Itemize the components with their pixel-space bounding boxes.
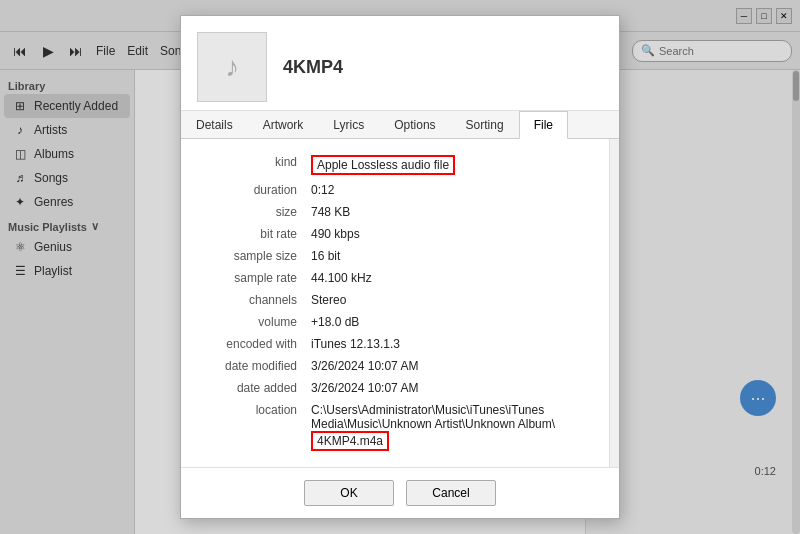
field-label-size: size <box>197 201 307 223</box>
music-note-icon: ♪ <box>225 51 239 83</box>
dialog-footer: OK Cancel <box>181 467 619 518</box>
song-info-dialog: ♪ 4KMP4 Details Artwork Lyrics Options S… <box>180 15 620 519</box>
dialog-scrollbar[interactable] <box>609 139 619 467</box>
field-value-dateadded: 3/26/2024 10:07 AM <box>307 377 593 399</box>
table-row-channels: channels Stereo <box>197 289 593 311</box>
location-path-prefix: C:\Users\Administrator\Music\iTunes\iTun… <box>311 403 555 431</box>
table-row-dateadded: date added 3/26/2024 10:07 AM <box>197 377 593 399</box>
field-label-duration: duration <box>197 179 307 201</box>
table-row-duration: duration 0:12 <box>197 179 593 201</box>
dialog-title: 4KMP4 <box>283 57 343 78</box>
field-value-duration: 0:12 <box>307 179 593 201</box>
field-value-location: C:\Users\Administrator\Music\iTunes\iTun… <box>307 399 593 455</box>
field-value-channels: Stereo <box>307 289 593 311</box>
table-row-encoded: encoded with iTunes 12.13.1.3 <box>197 333 593 355</box>
table-row-size: size 748 KB <box>197 201 593 223</box>
location-filename-highlighted: 4KMP4.m4a <box>311 431 389 451</box>
tab-artwork[interactable]: Artwork <box>248 111 319 138</box>
tab-file[interactable]: File <box>519 111 568 139</box>
table-row-location: location C:\Users\Administrator\Music\iT… <box>197 399 593 455</box>
field-label-dateadded: date added <box>197 377 307 399</box>
field-value-datemodified: 3/26/2024 10:07 AM <box>307 355 593 377</box>
field-value-encoded: iTunes 12.13.1.3 <box>307 333 593 355</box>
tab-lyrics[interactable]: Lyrics <box>318 111 379 138</box>
field-value-bitrate: 490 kbps <box>307 223 593 245</box>
table-row-bitrate: bit rate 490 kbps <box>197 223 593 245</box>
field-value-volume: +18.0 dB <box>307 311 593 333</box>
field-value-samplerate: 44.100 kHz <box>307 267 593 289</box>
field-label-bitrate: bit rate <box>197 223 307 245</box>
field-value-kind: Apple Lossless audio file <box>307 151 593 179</box>
field-label-encoded: encoded with <box>197 333 307 355</box>
field-label-samplerate: sample rate <box>197 267 307 289</box>
dialog-overlay: ♪ 4KMP4 Details Artwork Lyrics Options S… <box>0 0 800 534</box>
field-label-channels: channels <box>197 289 307 311</box>
field-label-kind: kind <box>197 151 307 179</box>
tab-details[interactable]: Details <box>181 111 248 138</box>
field-value-samplesize: 16 bit <box>307 245 593 267</box>
field-label-volume: volume <box>197 311 307 333</box>
field-label-samplesize: sample size <box>197 245 307 267</box>
dialog-content: kind Apple Lossless audio file duration … <box>181 139 609 467</box>
table-row-samplerate: sample rate 44.100 kHz <box>197 267 593 289</box>
kind-value-highlighted: Apple Lossless audio file <box>311 155 455 175</box>
dialog-header: ♪ 4KMP4 <box>181 16 619 111</box>
table-row-samplesize: sample size 16 bit <box>197 245 593 267</box>
tab-sorting[interactable]: Sorting <box>451 111 519 138</box>
ok-button[interactable]: OK <box>304 480 394 506</box>
album-art: ♪ <box>197 32 267 102</box>
field-label-datemodified: date modified <box>197 355 307 377</box>
field-label-location: location <box>197 399 307 455</box>
table-row-datemodified: date modified 3/26/2024 10:07 AM <box>197 355 593 377</box>
field-value-size: 748 KB <box>307 201 593 223</box>
main-window: ─ □ ✕ ⏮ ▶ ⏭ File Edit Song View ‹ › ♪ Mu… <box>0 0 800 534</box>
table-row-volume: volume +18.0 dB <box>197 311 593 333</box>
cancel-button[interactable]: Cancel <box>406 480 496 506</box>
tab-options[interactable]: Options <box>379 111 450 138</box>
info-table: kind Apple Lossless audio file duration … <box>197 151 593 455</box>
table-row-kind: kind Apple Lossless audio file <box>197 151 593 179</box>
dialog-tabs: Details Artwork Lyrics Options Sorting F… <box>181 111 619 139</box>
dialog-content-wrapper: kind Apple Lossless audio file duration … <box>181 139 619 467</box>
